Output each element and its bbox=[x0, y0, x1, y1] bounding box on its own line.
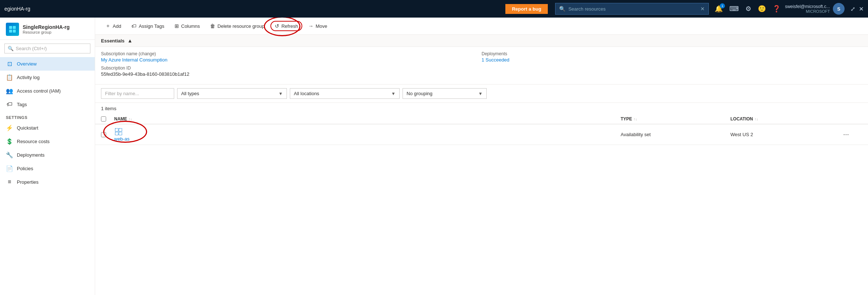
search-input[interactable] bbox=[568, 6, 698, 12]
subscription-name-field: Subscription name (change) My Azure Inte… bbox=[101, 51, 482, 63]
sidebar-item-quickstart-label: Quickstart bbox=[17, 125, 38, 131]
subscription-name-link[interactable]: My Azure Internal Consumption bbox=[101, 57, 167, 63]
deployments-status: Succeeded bbox=[486, 57, 509, 63]
sidebar-item-policies[interactable]: 📄 Policies bbox=[0, 162, 95, 175]
location-sort-icon[interactable]: ↑↓ bbox=[755, 117, 758, 121]
subscription-name-value: My Azure Internal Consumption bbox=[101, 57, 482, 63]
sidebar-item-access-control[interactable]: 👥 Access control (IAM) bbox=[0, 84, 95, 98]
move-button[interactable]: → Move bbox=[304, 21, 332, 31]
move-icon: → bbox=[308, 23, 313, 29]
essentials-label: Essentials bbox=[101, 38, 124, 44]
search-close-icon[interactable]: ✕ bbox=[700, 6, 705, 12]
notification-badge: 1 bbox=[720, 3, 725, 8]
cloud-shell-button[interactable]: ⌨ bbox=[729, 5, 739, 13]
essentials-bar: Essentials ▲ bbox=[95, 35, 868, 47]
notifications-button[interactable]: 🔔 1 bbox=[715, 5, 723, 13]
refresh-wrapper: ↺ Refresh bbox=[270, 21, 303, 31]
sidebar-header: SingleRegionHA-rg Resource group bbox=[0, 18, 95, 40]
window-controls: ⤢ ✕ bbox=[850, 5, 864, 12]
restore-window-button[interactable]: ⤢ bbox=[850, 5, 855, 12]
deployments-count: 1 bbox=[482, 57, 484, 63]
types-filter-arrow: ▼ bbox=[278, 91, 283, 96]
resource-costs-icon: 💲 bbox=[6, 138, 13, 145]
sidebar-resource-sub: Resource group bbox=[23, 30, 70, 34]
help-button[interactable]: ❓ bbox=[772, 5, 781, 13]
columns-label: Columns bbox=[181, 23, 200, 29]
add-button[interactable]: ＋ Add bbox=[101, 20, 126, 31]
subscription-id-field: Subscription ID 55fed35b-9e49-43ba-8160-… bbox=[101, 66, 482, 77]
topbar-icon-group: 🔔 1 ⌨ ⚙ 🙂 ❓ bbox=[715, 5, 781, 13]
columns-button[interactable]: ⊞ Columns bbox=[170, 21, 204, 31]
refresh-icon: ↺ bbox=[275, 23, 279, 29]
name-column-label: NAME bbox=[114, 116, 127, 122]
row-type-cell: Availability set bbox=[621, 132, 730, 137]
delete-button[interactable]: 🗑 Delete resource group bbox=[206, 21, 269, 31]
filter-name-input[interactable] bbox=[101, 88, 174, 99]
row-name-cell: web-as bbox=[114, 127, 621, 142]
select-all-checkbox[interactable] bbox=[101, 116, 106, 122]
deployments-label: Deployments bbox=[482, 51, 862, 56]
table-header-checkbox bbox=[101, 116, 114, 122]
grouping-filter-select[interactable]: No grouping ▼ bbox=[403, 88, 487, 99]
table-row: web-as Availability set West US 2 ⋯ bbox=[95, 124, 868, 145]
type-sort-icon[interactable]: ↑↓ bbox=[633, 117, 637, 121]
sidebar-search-icon: 🔍 bbox=[8, 46, 14, 51]
row-ellipsis-button[interactable]: ⋯ bbox=[840, 130, 852, 139]
filter-bar: All types ▼ All locations ▼ No grouping … bbox=[95, 85, 868, 103]
sidebar-item-deployments[interactable]: 🔧 Deployments bbox=[0, 148, 95, 162]
essentials-toggle[interactable]: ▲ bbox=[127, 38, 132, 44]
availability-set-icon bbox=[114, 127, 123, 136]
sidebar-item-overview[interactable]: ⊡ Overview bbox=[0, 57, 95, 71]
move-label: Move bbox=[315, 23, 327, 29]
report-bug-button[interactable]: Report a bug bbox=[505, 4, 548, 14]
svg-rect-1 bbox=[13, 26, 16, 29]
assign-tags-button[interactable]: 🏷 Assign Tags bbox=[127, 21, 169, 31]
deployments-link[interactable]: 1 Succeeded bbox=[482, 57, 509, 63]
essentials-left: Subscription name (change) My Azure Inte… bbox=[101, 51, 482, 80]
resource-table: NAME ↑↓ TYPE ↑↓ LOCATION ↑↓ bbox=[95, 114, 868, 295]
refresh-button[interactable]: ↺ Refresh bbox=[270, 21, 303, 31]
settings-section-label: SETTINGS bbox=[0, 111, 95, 121]
essentials-right: Deployments 1 Succeeded bbox=[482, 51, 862, 80]
policies-icon: 📄 bbox=[6, 165, 13, 172]
sidebar-item-quickstart[interactable]: ⚡ Quickstart bbox=[0, 121, 95, 135]
location-column-label: LOCATION bbox=[730, 116, 753, 122]
sidebar-item-activity-log[interactable]: 📋 Activity log bbox=[0, 71, 95, 84]
table-header-location: LOCATION ↑↓ bbox=[730, 116, 840, 122]
deployments-field: Deployments 1 Succeeded bbox=[482, 51, 862, 63]
quickstart-icon: ⚡ bbox=[6, 124, 13, 131]
user-name: sweisfel@microsoft.c... bbox=[785, 4, 830, 9]
assign-tags-label: Assign Tags bbox=[139, 23, 164, 29]
sidebar-search-input[interactable] bbox=[16, 46, 87, 51]
sidebar-search-box: 🔍 bbox=[4, 44, 90, 53]
sidebar-item-tags[interactable]: 🏷 Tags bbox=[0, 98, 95, 111]
toolbar: ＋ Add 🏷 Assign Tags ⊞ Columns 🗑 Delete r… bbox=[95, 18, 868, 35]
essentials-content: Subscription name (change) My Azure Inte… bbox=[95, 47, 868, 85]
main-layout: SingleRegionHA-rg Resource group 🔍 ⊡ Ove… bbox=[0, 18, 868, 295]
items-count: 1 items bbox=[95, 103, 868, 114]
columns-icon: ⊞ bbox=[175, 23, 179, 29]
locations-filter-select[interactable]: All locations ▼ bbox=[290, 88, 400, 99]
svg-rect-2 bbox=[9, 30, 12, 33]
row-checkbox[interactable] bbox=[101, 132, 106, 137]
sidebar-resource-title: SingleRegionHA-rg bbox=[23, 24, 70, 30]
table-header-name: NAME ↑↓ bbox=[114, 116, 621, 122]
sidebar-item-resource-costs-label: Resource costs bbox=[17, 139, 50, 144]
sidebar-item-properties[interactable]: ≡ Properties bbox=[0, 175, 95, 188]
svg-rect-4 bbox=[115, 128, 118, 131]
types-filter-select[interactable]: All types ▼ bbox=[177, 88, 287, 99]
types-filter-label: All types bbox=[181, 91, 199, 96]
name-sort-icon[interactable]: ↑↓ bbox=[128, 117, 132, 121]
avatar[interactable]: S bbox=[833, 3, 845, 15]
settings-button[interactable]: ⚙ bbox=[745, 5, 751, 13]
close-window-button[interactable]: ✕ bbox=[859, 5, 864, 12]
type-column-label: TYPE bbox=[621, 116, 632, 122]
grouping-filter-label: No grouping bbox=[407, 91, 433, 96]
subscription-id-label: Subscription ID bbox=[101, 66, 482, 71]
sidebar-item-resource-costs[interactable]: 💲 Resource costs bbox=[0, 135, 95, 148]
user-org: MICROSOFT bbox=[785, 9, 830, 14]
resource-name-link[interactable]: web-as bbox=[114, 136, 130, 142]
delete-icon: 🗑 bbox=[210, 23, 215, 29]
feedback-button[interactable]: 🙂 bbox=[758, 5, 766, 13]
svg-rect-5 bbox=[119, 128, 122, 131]
